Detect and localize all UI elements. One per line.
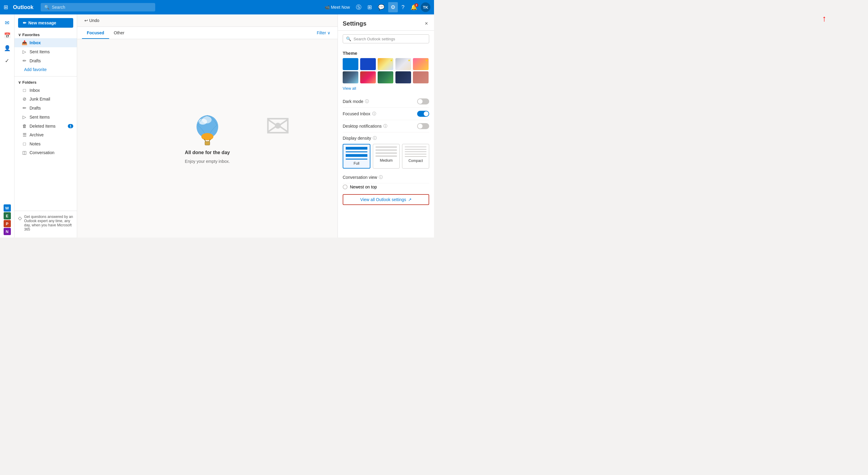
folder-archive[interactable]: ☰ Archive <box>14 130 77 139</box>
theme-swatch-pink[interactable] <box>360 71 376 83</box>
external-link-icon: ↗ <box>408 197 412 202</box>
people-icon: 👤 <box>4 45 10 52</box>
theme-swatch-dark-blue[interactable] <box>360 58 376 70</box>
main-content: ↩ Undo Focused Other Filter ∨ <box>77 14 338 238</box>
theme-swatch-dark[interactable] <box>396 71 411 83</box>
settings-title: Settings <box>343 20 367 27</box>
feedback-icon: 💬 <box>378 4 384 10</box>
settings-search-input[interactable] <box>353 37 426 41</box>
compose-icon: ✏ <box>23 21 27 25</box>
calendar-nav-button[interactable]: 📅 <box>1 30 13 41</box>
view-all-themes-link[interactable]: View all <box>343 86 356 91</box>
display-density-row: Display density ⓘ <box>343 132 429 141</box>
theme-swatch-soft[interactable]: ★ <box>396 58 411 70</box>
folder-sent[interactable]: ▷ Sent Items <box>14 112 77 122</box>
tasks-nav-button[interactable]: ✓ <box>1 55 13 67</box>
focused-tab[interactable]: Focused <box>82 27 109 39</box>
theme-swatch-rose[interactable] <box>413 71 429 83</box>
sent-icon: ▷ <box>22 49 27 55</box>
icon-bar: ✉ 📅 👤 ✓ W E P N <box>0 14 14 238</box>
sidebar-divider <box>14 76 77 76</box>
folder-archive-icon: ☰ <box>22 132 27 138</box>
settings-button[interactable]: ⚙ <box>388 2 398 12</box>
view-all-settings-button[interactable]: View all Outlook settings ↗ <box>343 194 429 205</box>
chevron-down-icon-2: ∨ <box>18 80 21 84</box>
desktop-notifications-info-icon[interactable]: ⓘ <box>383 124 387 129</box>
global-search[interactable]: 🔍 <box>41 3 155 11</box>
favorites-section-header[interactable]: ∨ Favorites <box>14 31 77 38</box>
folder-notes[interactable]: □ Notes <box>14 139 77 148</box>
feedback-button[interactable]: 💬 <box>375 2 387 12</box>
density-medium[interactable]: Medium <box>373 144 400 169</box>
office-button[interactable]: ⊞ <box>365 2 374 12</box>
folder-drafts[interactable]: ✏ Drafts <box>14 104 77 112</box>
dark-mode-toggle[interactable] <box>417 98 429 104</box>
empty-title: All done for the day <box>185 150 230 155</box>
folder-inbox[interactable]: □ Inbox <box>14 86 77 95</box>
conversation-view-info-icon[interactable]: ⓘ <box>379 175 383 180</box>
dark-mode-info-icon[interactable]: ⓘ <box>365 99 369 104</box>
avatar[interactable]: TK <box>421 2 430 12</box>
theme-swatch-green[interactable] <box>378 71 393 83</box>
newest-on-top-row: Newest on top <box>343 183 429 191</box>
newest-on-top-radio[interactable] <box>343 184 347 189</box>
desktop-notifications-toggle[interactable] <box>417 123 429 129</box>
folders-section-header[interactable]: ∨ Folders <box>14 79 77 86</box>
notifications-button[interactable]: 🔔 2 <box>408 2 420 12</box>
theme-section-title: Theme <box>343 50 429 56</box>
density-full[interactable]: Full <box>343 144 370 169</box>
people-nav-button[interactable]: 👤 <box>1 42 13 54</box>
gear-icon: ⚙ <box>391 4 396 10</box>
chevron-down-icon-filter: ∨ <box>327 30 330 35</box>
top-nav-right: 📹 Meet Now Ⓢ ⊞ 💬 ⚙ ? 🔔 2 TK <box>322 2 430 13</box>
word-icon[interactable]: W <box>4 204 11 212</box>
office-icon: ⊞ <box>367 4 372 10</box>
app-shortcuts: W E P N <box>4 204 11 238</box>
onenote-icon[interactable]: N <box>4 228 11 235</box>
theme-swatch-warm[interactable]: ★ <box>378 58 393 70</box>
settings-search-icon: 🔍 <box>346 36 351 41</box>
folder-sent-icon: ▷ <box>22 114 27 120</box>
display-density-info-icon[interactable]: ⓘ <box>373 135 377 141</box>
folder-drafts-icon: ✏ <box>22 105 27 111</box>
waffle-icon[interactable]: ⊞ <box>4 4 8 10</box>
mail-nav-button[interactable]: ✉ <box>1 17 13 29</box>
new-message-button[interactable]: ✏ New message <box>18 18 73 28</box>
conversation-view-row: Conversation view ⓘ <box>343 172 429 183</box>
powerpoint-icon[interactable]: P <box>4 220 11 227</box>
folder-deleted[interactable]: 🗑 Deleted Items 1 <box>14 122 77 130</box>
settings-panel: Settings × 🔍 Theme ★ ★ ★ <box>338 14 434 238</box>
sidebar-item-sent-favorite[interactable]: ▷ Sent Items <box>14 47 77 56</box>
sidebar-item-inbox-favorite[interactable]: 📥 Inbox <box>14 38 77 47</box>
sidebar-item-drafts-favorite[interactable]: ✏ Drafts <box>14 56 77 65</box>
search-input[interactable] <box>52 5 152 10</box>
help-button[interactable]: ? <box>399 2 407 12</box>
undo-button[interactable]: ↩ Undo <box>82 17 101 24</box>
theme-swatch-vibrant[interactable]: ★ <box>413 58 429 70</box>
chevron-down-icon: ∨ <box>18 33 21 37</box>
settings-search-bar[interactable]: 🔍 <box>343 34 429 43</box>
inbox-icon: 📥 <box>22 40 27 45</box>
folder-conversation[interactable]: ◫ Conversation <box>14 148 77 157</box>
search-icon: 🔍 <box>44 5 50 10</box>
add-favorite-button[interactable]: Add favorite <box>14 65 77 74</box>
settings-close-button[interactable]: × <box>424 19 429 28</box>
folder-junk-icon: ⊘ <box>22 96 27 102</box>
app-title: Outlook <box>13 4 33 10</box>
content-area: All done for the day Enjoy your empty in… <box>77 39 338 238</box>
other-tab[interactable]: Other <box>109 27 129 39</box>
folder-deleted-icon: 🗑 <box>22 124 27 129</box>
deleted-badge: 1 <box>68 124 73 128</box>
focused-inbox-toggle[interactable] <box>417 111 429 117</box>
theme-swatch-ocean[interactable] <box>343 71 358 83</box>
skype-button[interactable]: Ⓢ <box>353 2 364 13</box>
folder-junk[interactable]: ⊘ Junk Email <box>14 95 77 104</box>
theme-swatch-blue[interactable] <box>343 58 358 70</box>
focused-inbox-info-icon[interactable]: ⓘ <box>372 111 376 116</box>
camera-icon: 📹 <box>324 5 330 10</box>
sidebar: ✏ New message ∨ Favorites 📥 Inbox ▷ Sent… <box>14 14 77 238</box>
filter-button[interactable]: Filter ∨ <box>314 27 333 39</box>
excel-icon[interactable]: E <box>4 212 11 219</box>
density-compact[interactable]: Compact <box>402 144 429 169</box>
meet-now-button[interactable]: 📹 Meet Now <box>322 3 352 11</box>
